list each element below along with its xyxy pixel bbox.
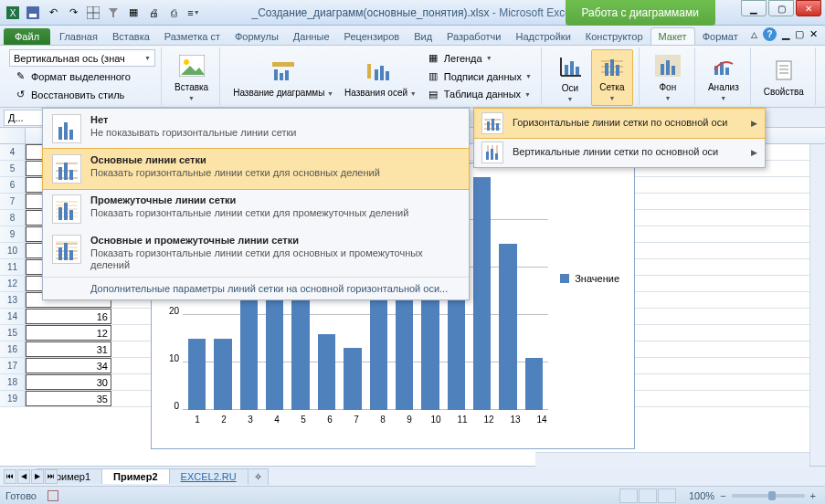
row-header[interactable]: 7 (0, 194, 26, 209)
row-header[interactable]: 19 (0, 391, 26, 406)
chart-bar[interactable] (525, 358, 543, 410)
row-header[interactable]: 15 (0, 325, 26, 341)
zoom-in-button[interactable]: + (810, 490, 816, 501)
help-icon[interactable]: ? (763, 27, 777, 41)
new-sheet-button[interactable]: ✧ (248, 468, 269, 485)
data-table-button[interactable]: ▤Таблица данных ▼ (422, 85, 535, 103)
maximize-workbook-icon[interactable]: ▢ (795, 28, 804, 40)
sheet-nav-last[interactable]: ⏭ (45, 469, 58, 484)
data-labels-button[interactable]: ▥Подписи данных ▼ (422, 68, 535, 86)
sheet-nav-prev[interactable]: ◀ (17, 469, 30, 484)
tab-chart-layout[interactable]: Макет (650, 27, 695, 45)
minimize-ribbon-icon[interactable]: △ (751, 30, 757, 39)
table-icon[interactable] (84, 4, 102, 22)
chart-bar[interactable] (318, 334, 335, 410)
print-icon[interactable]: ⎙ (164, 4, 183, 22)
chart-bar[interactable] (214, 339, 231, 410)
reset-style-button[interactable]: ↺Восстановить стиль (9, 86, 155, 103)
view-normal-button[interactable] (619, 488, 638, 503)
cell[interactable]: 31 (26, 341, 111, 357)
chart-element-selector[interactable]: Вертикальная ось (знач▼ (9, 49, 155, 67)
sheet-tab[interactable]: Пример2 (101, 468, 169, 484)
filter-icon[interactable] (104, 4, 122, 22)
redo-icon[interactable]: ↷ (64, 4, 82, 22)
vertical-scrollbar[interactable] (809, 144, 825, 466)
zoom-level[interactable]: 100% (689, 490, 714, 501)
horizontal-scrollbar[interactable] (535, 452, 809, 467)
row-header[interactable]: 4 (0, 144, 26, 160)
tab-insert[interactable]: Вставка (105, 28, 157, 45)
row-header[interactable]: 12 (0, 276, 26, 291)
tab-view[interactable]: Вид (407, 28, 439, 45)
menu-gridlines-both[interactable]: Основные и промежуточные линии сеткиПока… (43, 229, 469, 277)
undo-icon[interactable]: ↶ (44, 4, 62, 22)
row-header[interactable]: 16 (0, 341, 26, 357)
row-header[interactable]: 18 (0, 374, 26, 390)
row-header[interactable]: 8 (0, 210, 26, 226)
chart-title-button[interactable]: Название диаграммы ▼ (227, 49, 339, 106)
tab-chart-format[interactable]: Формат (695, 28, 746, 45)
chart-bar[interactable] (473, 177, 491, 410)
chart-bar[interactable] (499, 244, 516, 410)
tab-chart-design[interactable]: Конструктор (578, 28, 650, 45)
chart-legend[interactable]: Значение (560, 273, 619, 284)
gridlines-button[interactable]: Сетка▼ (591, 49, 633, 106)
analysis-button[interactable]: Анализ▼ (703, 49, 745, 105)
row-header[interactable]: 5 (0, 161, 26, 176)
view-page-layout-button[interactable] (639, 488, 657, 503)
row-header[interactable]: 13 (0, 292, 26, 308)
menu-gridlines-major[interactable]: Основные линии сеткиПоказать горизонталь… (42, 148, 470, 190)
maximize-button[interactable]: ▢ (768, 0, 794, 16)
tab-layout[interactable]: Разметка ст (157, 28, 227, 45)
row-header[interactable]: 14 (0, 309, 26, 324)
menu-vertical-gridlines[interactable]: Вертикальные линии сетки по основной оси… (474, 138, 765, 167)
restore-workbook-icon[interactable]: ▁ (782, 28, 789, 40)
x-axis-tick: 4 (268, 415, 286, 425)
view-page-break-button[interactable] (658, 488, 676, 503)
print-preview-icon[interactable]: 🖨 (144, 4, 163, 22)
axis-titles-button[interactable]: Названия осей ▼ (339, 49, 422, 106)
chart-bar[interactable] (188, 339, 206, 410)
background-button[interactable]: Фон▼ (647, 49, 689, 105)
close-workbook-icon[interactable]: ✕ (809, 28, 818, 40)
tab-addins[interactable]: Надстройки (508, 28, 577, 45)
sheet-nav-first[interactable]: ⏮ (4, 469, 16, 484)
row-header[interactable]: 17 (0, 358, 26, 373)
tab-developer[interactable]: Разработчи (439, 28, 508, 45)
menu-gridlines-none[interactable]: НетНе показывать горизонтальные линии се… (43, 109, 469, 149)
sheet-tab[interactable]: EXCEL2.RU (169, 468, 249, 484)
close-button[interactable]: ✕ (796, 0, 821, 16)
gallery-icon[interactable]: ▦ (124, 4, 143, 22)
format-selection-button[interactable]: ✎Формат выделенного (9, 68, 155, 85)
save-icon[interactable] (24, 4, 42, 22)
cell[interactable]: 16 (26, 309, 111, 324)
tab-home[interactable]: Главная (52, 28, 105, 45)
cell[interactable]: 12 (26, 325, 111, 341)
sheet-nav-next[interactable]: ▶ (31, 469, 44, 484)
tab-review[interactable]: Рецензиров (337, 28, 407, 45)
row-header[interactable]: 6 (0, 177, 26, 193)
tab-data[interactable]: Данные (286, 28, 337, 45)
tab-formulas[interactable]: Формулы (227, 28, 286, 45)
row-header[interactable]: 11 (0, 259, 26, 275)
chart-bar[interactable] (344, 348, 361, 410)
properties-button[interactable]: Свойства (758, 49, 809, 103)
qat-more-icon[interactable]: ≡▼ (185, 4, 203, 22)
excel-icon[interactable]: X (4, 4, 22, 22)
menu-gridlines-minor[interactable]: Промежуточные линии сеткиПоказать горизо… (43, 189, 469, 229)
row-header[interactable]: 10 (0, 243, 26, 258)
insert-button[interactable]: Вставка▼ (169, 49, 214, 105)
axes-button[interactable]: Оси▼ (549, 49, 591, 106)
row-header[interactable]: 9 (0, 226, 26, 242)
legend-button[interactable]: ▦Легенда ▼ (422, 49, 535, 68)
menu-gridlines-more[interactable]: Дополнительные параметры линий сетки на … (43, 277, 469, 299)
cell[interactable]: 30 (26, 374, 111, 390)
cell[interactable]: 35 (26, 391, 111, 406)
zoom-slider[interactable] (732, 494, 805, 498)
cell[interactable]: 34 (26, 358, 111, 373)
zoom-out-button[interactable]: − (720, 490, 725, 501)
tab-file[interactable]: Файл (4, 28, 50, 45)
macro-record-icon[interactable] (48, 490, 58, 501)
menu-horizontal-gridlines[interactable]: Горизонтальные линии сетки по основной о… (473, 108, 766, 139)
minimize-button[interactable]: ▁ (741, 0, 767, 16)
